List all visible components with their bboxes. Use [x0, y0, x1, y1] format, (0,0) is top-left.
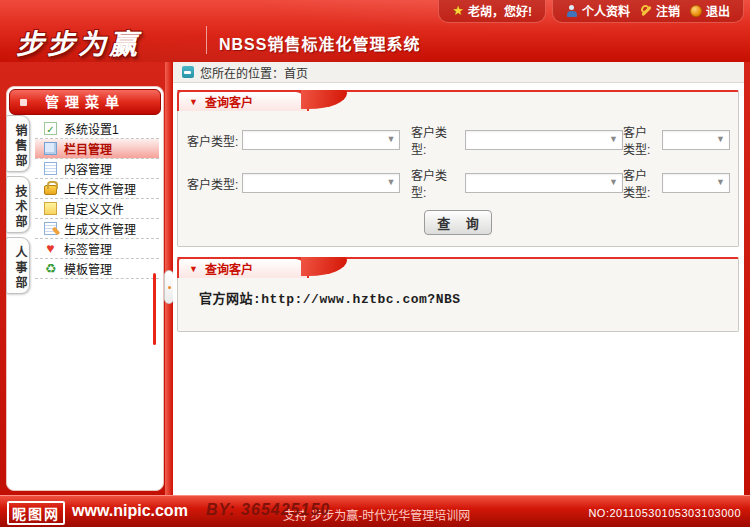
customer-type-label: 客户类型:: [623, 166, 658, 200]
customer-type-select[interactable]: ▼: [662, 173, 730, 193]
customer-type-select[interactable]: ▼: [465, 130, 623, 150]
chevron-down-icon: ▼: [609, 178, 618, 187]
menu-item-tag-management[interactable]: ♥ 标签管理: [35, 239, 159, 259]
menu-item-content-management[interactable]: 内容管理: [35, 159, 159, 179]
menu-item-label: 自定义文件: [64, 200, 124, 217]
customer-type-label: 客户类型:: [411, 166, 461, 200]
heart-icon: ♥: [44, 242, 57, 255]
query-customer-panel-tab[interactable]: ▼ 查询客户: [177, 90, 309, 111]
menu-item-system-settings[interactable]: ✓ 系统设置1: [35, 119, 159, 139]
menu-list: ✓ 系统设置1 栏目管理 内容管理 上传文件管理 自定义文件 生成文件管理: [35, 119, 159, 279]
footer-bar: 昵图网 www.nipic.com BY: 365425150 支持 步步为赢-…: [0, 495, 750, 527]
serial-number: NO:20110530105303103000: [588, 507, 741, 519]
recycle-icon: ♻: [44, 262, 57, 275]
customer-type-label: 客户类型:: [411, 123, 461, 157]
profile-label: 个人资料: [582, 2, 630, 19]
button-row: 查 询: [178, 200, 738, 246]
caret-down-icon: ▼: [189, 97, 198, 107]
menu-item-upload-file-management[interactable]: 上传文件管理: [35, 179, 159, 199]
columns-icon: [44, 142, 57, 155]
exit-label: 退出: [706, 2, 730, 19]
query-customer-panel-2: ▼ 查询客户 官方网站:http://www.hztbc.com?NBS: [177, 257, 739, 332]
user-toolbar: ★ 老胡，您好! 个人资料 注销 退出: [438, 0, 744, 23]
menu-item-label: 栏目管理: [64, 140, 112, 157]
caret-down-icon: ▼: [189, 264, 198, 274]
logout-label: 注销: [656, 2, 680, 19]
exit-circle-icon: [690, 5, 702, 17]
customer-type-select[interactable]: ▼: [465, 173, 623, 193]
menu-item-generate-file-management[interactable]: 生成文件管理: [35, 219, 159, 239]
exit-link[interactable]: 退出: [690, 2, 730, 19]
department-tabs: 销售部 技术部 人事部: [6, 115, 32, 294]
panel-title: 查询客户: [205, 93, 253, 110]
menu-item-custom-files[interactable]: 自定义文件: [35, 199, 159, 219]
menu-item-template-management[interactable]: ♻ 模板管理: [35, 259, 159, 279]
app-title: NBSS销售标准化管理系统: [219, 31, 420, 55]
menu-item-label: 模板管理: [64, 260, 112, 277]
content-area: ▼ 查询客户 客户类型: ▼ 客户类型:: [173, 83, 744, 332]
menu-scrollbar-thumb[interactable]: [153, 273, 156, 345]
customer-type-field: 客户类型: ▼: [411, 123, 623, 157]
main-content: 您所在的位置：首页 ▼ 查询客户 客户类型: ▼: [173, 62, 744, 495]
menu-item-label: 上传文件管理: [64, 180, 136, 197]
wrench-icon: [640, 5, 652, 17]
customer-type-select[interactable]: ▼: [662, 130, 730, 150]
greeting-text: 老胡，您好!: [468, 2, 532, 19]
logout-link[interactable]: 注销: [640, 2, 680, 19]
chevron-down-icon: ▼: [386, 178, 395, 187]
watermark-author-id: BY: 365425150: [206, 501, 330, 519]
customer-type-field: 客户类型: ▼: [187, 123, 411, 157]
greeting-tab: ★ 老胡，您好!: [438, 0, 546, 23]
panel-title: 查询客户: [205, 260, 253, 277]
location-icon: [182, 66, 194, 78]
logo-divider: [206, 26, 207, 54]
person-icon: [566, 5, 578, 17]
account-actions-tab: 个人资料 注销 退出: [552, 0, 744, 23]
menu-item-label: 生成文件管理: [64, 220, 136, 237]
chevron-down-icon: ▼: [386, 135, 395, 144]
menu-title-text: 管理菜单: [45, 94, 125, 110]
breadcrumb: 您所在的位置：首页: [173, 62, 744, 83]
generate-file-icon: [44, 222, 57, 235]
file-icon: [44, 202, 57, 215]
dept-tab-sales[interactable]: 销售部: [6, 115, 30, 172]
menu-header-icon: [20, 99, 27, 106]
menu-item-column-management[interactable]: 栏目管理: [35, 139, 159, 159]
brand-logo: 步步为赢: [16, 22, 140, 62]
query-customer-panel-2-tab[interactable]: ▼ 查询客户: [177, 257, 309, 278]
lock-icon: [44, 185, 57, 195]
document-icon: [44, 162, 57, 175]
customer-type-label: 客户类型:: [187, 132, 238, 149]
profile-link[interactable]: 个人资料: [566, 2, 630, 19]
menu-item-label: 内容管理: [64, 160, 112, 177]
chevron-down-icon: ▼: [609, 135, 618, 144]
menu-item-label: 标签管理: [64, 240, 112, 257]
star-icon: ★: [452, 4, 464, 17]
sidebar: 管理菜单 销售部 技术部 人事部 ✓ 系统设置1 栏目管理 内容管理 上传文件管…: [6, 86, 164, 491]
customer-type-label: 客户类型:: [623, 123, 658, 157]
query-button[interactable]: 查 询: [424, 210, 492, 235]
customer-type-label: 客户类型:: [187, 175, 238, 192]
watermark-url: www.nipic.com: [72, 502, 188, 520]
customer-type-field: 客户类型: ▼: [411, 166, 623, 200]
chevron-down-icon: ▼: [716, 178, 725, 187]
customer-type-select[interactable]: ▼: [242, 130, 400, 150]
customer-type-select[interactable]: ▼: [242, 173, 400, 193]
breadcrumb-text: 您所在的位置：首页: [200, 64, 308, 81]
app-window: ★ 老胡，您好! 个人资料 注销 退出 步步为赢: [0, 0, 750, 527]
watermark-site-logo: 昵图网: [7, 501, 65, 525]
dept-tab-tech[interactable]: 技术部: [6, 176, 30, 233]
menu-header: 管理菜单: [9, 89, 161, 115]
customer-type-field: 客户类型: ▼: [623, 123, 730, 157]
greeting-link[interactable]: ★ 老胡，您好!: [452, 2, 532, 19]
dept-tab-hr[interactable]: 人事部: [6, 237, 30, 294]
check-icon: ✓: [44, 122, 57, 135]
top-header: ★ 老胡，您好! 个人资料 注销 退出 步步为赢: [0, 0, 750, 62]
customer-type-field: 客户类型: ▼: [623, 166, 730, 200]
customer-type-field: 客户类型: ▼: [187, 166, 411, 200]
menu-item-label: 系统设置1: [64, 120, 119, 137]
query-customer-panel: ▼ 查询客户 客户类型: ▼ 客户类型:: [177, 90, 739, 247]
chevron-down-icon: ▼: [716, 135, 725, 144]
